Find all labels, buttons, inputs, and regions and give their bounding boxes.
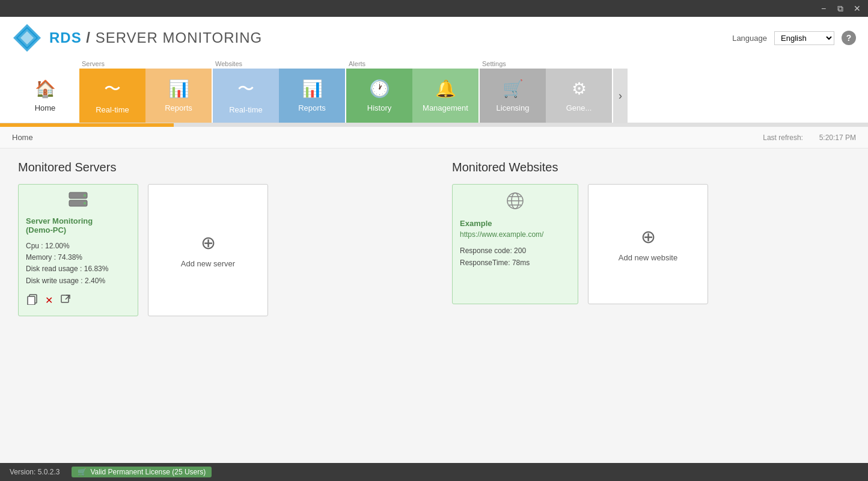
license-text: Valid Permanent License (25 Users) bbox=[90, 468, 206, 476]
main-content: Monitored Servers Server Monitoring bbox=[0, 149, 868, 481]
add-server-card[interactable]: ⊕ Add new server bbox=[148, 184, 268, 316]
settings-label: Settings bbox=[480, 59, 612, 69]
logo-diamond-icon bbox=[12, 23, 42, 53]
minimize-button[interactable]: − bbox=[818, 2, 830, 14]
logo-slash: / bbox=[82, 29, 96, 46]
nav-group-settings: Settings 🛒 Licensing ⚙ Gene... bbox=[480, 59, 612, 123]
licensing-icon: 🛒 bbox=[503, 79, 524, 99]
nav-group-home: 🏠 Home bbox=[12, 59, 78, 123]
svg-rect-9 bbox=[61, 295, 69, 302]
monitored-websites-section: Monitored Websites Example http bbox=[452, 161, 850, 316]
title-bar: − ⧉ ✕ bbox=[0, 0, 868, 17]
website-stats: Response code: 200 ResponseTime: 78ms bbox=[460, 245, 570, 269]
open-icon bbox=[60, 294, 71, 305]
breadcrumb-row: Home Last refresh: 5:20:17 PM bbox=[0, 127, 868, 149]
header: RDS / SERVER MONITORING Language English… bbox=[0, 17, 868, 123]
add-website-plus-icon: ⊕ bbox=[641, 226, 656, 247]
nav-websites-reports[interactable]: 📊 Reports bbox=[279, 69, 345, 123]
svg-line-10 bbox=[66, 295, 70, 299]
monitored-websites-title: Monitored Websites bbox=[452, 161, 850, 174]
nav-alerts-management-label: Management bbox=[423, 103, 468, 112]
logo-text: RDS / SERVER MONITORING bbox=[49, 29, 262, 46]
nav-home[interactable]: 🏠 Home bbox=[12, 69, 78, 123]
server-card: Server Monitoring (Demo-PC) Cpu : 12.00%… bbox=[18, 184, 138, 316]
nav-websites-realtime-label: Real-time bbox=[229, 105, 263, 114]
license-badge: 🛒 Valid Permanent License (25 Users) bbox=[72, 467, 212, 477]
nav-servers-realtime-label: Real-time bbox=[96, 105, 129, 114]
nav-websites-realtime[interactable]: 〜 Real-time bbox=[213, 69, 279, 123]
globe-icon bbox=[506, 192, 524, 210]
logo-rds: RDS bbox=[49, 29, 82, 46]
nav-servers-reports-label: Reports bbox=[165, 103, 192, 112]
nav-settings-general[interactable]: ⚙ Gene... bbox=[546, 69, 612, 123]
maximize-button[interactable]: ⧉ bbox=[834, 2, 846, 14]
nav-servers-realtime[interactable]: 〜 Real-time bbox=[79, 69, 145, 123]
footer: Version: 5.0.2.3 🛒 Valid Permanent Licen… bbox=[0, 463, 868, 481]
realtime-icon: 〜 bbox=[104, 78, 121, 100]
servers-cards-row: Server Monitoring (Demo-PC) Cpu : 12.00%… bbox=[18, 184, 416, 316]
website-card: Example https://www.example.com/ Respons… bbox=[452, 184, 578, 304]
websites-reports-icon: 📊 bbox=[302, 79, 323, 99]
websites-label: Websites bbox=[213, 59, 345, 69]
websites-cards-row: Example https://www.example.com/ Respons… bbox=[452, 184, 850, 304]
website-card-icon bbox=[460, 192, 570, 214]
alerts-label: Alerts bbox=[346, 59, 478, 69]
nav-websites-reports-label: Reports bbox=[298, 103, 326, 112]
nav-scroll-right[interactable]: › bbox=[613, 69, 628, 123]
nav-alerts-history-label: History bbox=[367, 103, 391, 112]
management-icon: 🔔 bbox=[435, 79, 456, 99]
reports-bar-icon: 📊 bbox=[168, 79, 189, 99]
nav-group-websites: Websites 〜 Real-time 📊 Reports bbox=[213, 59, 345, 123]
server-card-icon bbox=[26, 192, 130, 212]
add-website-card[interactable]: ⊕ Add new website bbox=[588, 184, 708, 304]
monitored-servers-section: Monitored Servers Server Monitoring bbox=[18, 161, 416, 316]
nav-alerts-management[interactable]: 🔔 Management bbox=[412, 69, 478, 123]
sections-row: Monitored Servers Server Monitoring bbox=[18, 161, 850, 316]
servers-label: Servers bbox=[79, 59, 212, 69]
close-button[interactable]: ✕ bbox=[851, 2, 863, 14]
general-icon: ⚙ bbox=[572, 79, 587, 99]
website-name: Example bbox=[460, 219, 570, 228]
svg-rect-8 bbox=[28, 296, 35, 305]
nav-settings-licensing-label: Licensing bbox=[497, 103, 530, 112]
help-button[interactable]: ? bbox=[842, 31, 856, 45]
nav-servers-reports[interactable]: 📊 Reports bbox=[145, 69, 212, 123]
server-open-button[interactable] bbox=[59, 293, 72, 308]
server-icon bbox=[69, 192, 88, 207]
nav-settings-licensing[interactable]: 🛒 Licensing bbox=[480, 69, 546, 123]
nav-home-label: Home bbox=[35, 103, 56, 112]
logo-area: RDS / SERVER MONITORING bbox=[12, 23, 262, 53]
website-url: https://www.example.com/ bbox=[460, 230, 570, 239]
monitored-servers-title: Monitored Servers bbox=[18, 161, 416, 174]
language-label: Language bbox=[732, 34, 767, 43]
nav-alerts-history[interactable]: 🕐 History bbox=[346, 69, 412, 123]
server-name: Server Monitoring (Demo-PC) bbox=[26, 216, 130, 234]
add-server-plus-icon: ⊕ bbox=[201, 232, 216, 253]
add-website-label: Add new website bbox=[619, 253, 677, 262]
nav-bar: 🏠 Home Servers 〜 Real-time 📊 Reports Web… bbox=[12, 59, 856, 123]
nav-group-alerts: Alerts 🕐 History 🔔 Management bbox=[346, 59, 478, 123]
logo-server-monitoring: SERVER MONITORING bbox=[96, 29, 262, 46]
add-server-label: Add new server bbox=[181, 259, 235, 268]
duplicate-icon bbox=[27, 294, 38, 305]
history-icon: 🕐 bbox=[369, 79, 390, 99]
server-card-actions: ✕ bbox=[26, 287, 130, 308]
nav-group-servers: Servers 〜 Real-time 📊 Reports bbox=[79, 59, 212, 123]
server-stats: Cpu : 12.00% Memory : 74.38% Disk read u… bbox=[26, 240, 130, 287]
svg-point-5 bbox=[84, 194, 86, 197]
language-select[interactable]: English French German bbox=[774, 31, 834, 45]
version-label: Version: 5.0.2.3 bbox=[10, 468, 60, 476]
header-right: Language English French German ? bbox=[732, 31, 856, 45]
home-icon: 🏠 bbox=[35, 79, 56, 99]
license-icon: 🛒 bbox=[78, 468, 87, 476]
svg-point-6 bbox=[84, 202, 86, 204]
server-duplicate-button[interactable] bbox=[26, 293, 39, 308]
breadcrumb: Home bbox=[12, 133, 33, 142]
last-refresh: Last refresh: 5:20:17 PM bbox=[763, 133, 856, 142]
nav-settings-general-label: Gene... bbox=[566, 103, 592, 112]
websites-realtime-icon: 〜 bbox=[237, 78, 254, 100]
server-delete-button[interactable]: ✕ bbox=[44, 293, 54, 307]
